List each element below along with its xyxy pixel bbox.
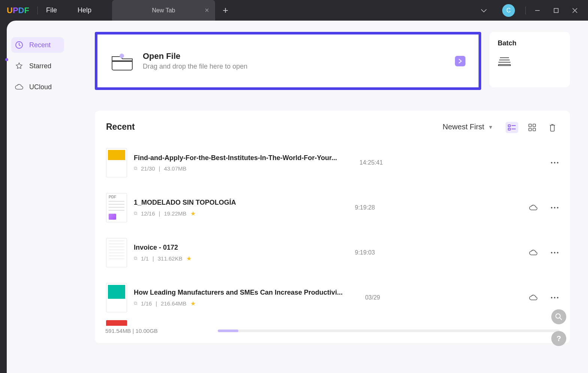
file-name: Find-and-Apply-For-the-Best-Institutes-I… [134,154,337,162]
open-file-card[interactable]: Open File Drag and drop the file here to… [95,32,481,90]
svg-point-16 [554,162,555,163]
batch-card: Batch [489,32,570,87]
sidebar-label: UCloud [29,83,52,91]
more-icon[interactable] [551,162,559,164]
tab-strip: New Tab × + [112,0,236,21]
file-time: 14:25:41 [359,159,419,166]
file-pages: 1/1 [141,255,149,262]
batch-icon[interactable] [498,55,562,66]
cloud-icon[interactable] [529,249,538,256]
file-time: 9:19:03 [355,249,415,256]
dropdown-caret-icon[interactable] [480,8,487,13]
sidebar-item-ucloud[interactable]: UCloud [11,79,64,95]
search-button[interactable] [551,309,566,324]
sidebar-item-recent[interactable]: Recent [11,37,64,53]
svg-point-18 [551,207,552,208]
cloud-icon[interactable] [529,294,538,301]
notification-dot-icon [5,58,8,61]
grid-view-button[interactable] [526,122,539,133]
delete-button[interactable] [546,122,559,133]
file-time: 9:19:28 [355,204,415,211]
cloud-icon [14,82,24,92]
svg-rect-9 [508,128,510,130]
file-meta: ⧉ 12/16 | 19.22MB ★ [134,210,332,217]
svg-rect-7 [508,125,510,127]
content-area: Open File Drag and drop the file here to… [69,21,588,373]
storage-footer: 591.54MB | 10.00GB [105,328,560,334]
svg-point-6 [120,54,124,58]
user-avatar[interactable]: C [502,4,515,17]
svg-point-15 [551,162,552,163]
svg-rect-11 [529,124,531,127]
file-meta: ⧉ 21/30 | 43.07MB [134,165,337,172]
svg-line-28 [560,318,562,320]
pages-icon: ⧉ [134,300,137,306]
file-row[interactable]: Find-and-Apply-For-the-Best-Institutes-I… [106,140,559,185]
svg-point-20 [557,207,558,208]
svg-rect-12 [533,124,536,127]
svg-point-24 [551,297,552,298]
star-icon [14,61,24,71]
sidebar-label: Starred [29,62,51,70]
help-button[interactable]: ? [551,331,566,346]
star-icon: ★ [190,300,196,307]
file-size: 216.64MB [161,300,186,307]
sidebar-label: Recent [29,41,51,49]
recent-title: Recent [106,122,135,132]
file-thumbnail [106,283,127,312]
folder-icon [111,51,134,71]
star-icon: ★ [190,210,196,217]
svg-rect-14 [533,128,536,131]
file-row[interactable]: Invoice - 0172 ⧉ 1/1 | 311.62KB ★ 9:19:0… [106,230,559,275]
menu-file[interactable]: File [46,6,57,14]
main-window: Recent Starred UCloud [7,21,588,373]
open-file-subtitle: Drag and drop the file here to open [143,63,455,70]
pages-icon: ⧉ [134,210,137,216]
file-pages: 21/30 [141,165,155,172]
storage-bar [218,330,560,332]
file-pages: 12/16 [141,210,155,217]
sidebar-item-starred[interactable]: Starred [11,58,64,74]
pages-icon: ⧉ [134,255,137,261]
storage-fill [218,330,238,332]
svg-rect-5 [112,60,132,62]
svg-point-22 [554,252,555,253]
file-name: How Leading Manufacturers and SMEs Can I… [134,289,343,297]
file-thumbnail [106,320,127,328]
svg-point-21 [551,252,552,253]
close-tab-icon[interactable]: × [205,6,209,15]
list-view-button[interactable] [506,122,518,133]
more-icon[interactable] [551,297,559,299]
new-tab-button[interactable]: + [215,0,236,21]
file-size: 19.22MB [164,210,186,217]
star-icon: ★ [186,255,192,262]
file-row[interactable]: How Leading Manufacturers and SMEs Can I… [106,275,559,320]
file-thumbnail [106,193,127,222]
sort-dropdown[interactable]: Newest First ▼ [443,123,493,131]
file-size: 311.62KB [158,255,183,262]
file-name: 1_MODELADO SIN TOPOLOGÍA [134,199,332,207]
minimize-icon[interactable] [528,3,547,18]
more-icon[interactable] [551,252,559,254]
open-file-title: Open File [143,51,455,61]
file-time: 03/29 [365,294,425,301]
titlebar: UPDF File Help New Tab × + C [0,0,588,21]
close-icon[interactable] [566,3,584,18]
chevron-right-icon[interactable] [455,56,465,66]
maximize-icon[interactable] [547,3,566,18]
titlebar-right: C [480,3,584,18]
file-name: Invoice - 0172 [134,244,332,252]
file-row[interactable]: 1_MODELADO SIN TOPOLOGÍA ⧉ 12/16 | 19.22… [106,185,559,230]
svg-point-17 [557,162,558,163]
separator [37,6,38,15]
svg-point-19 [554,207,555,208]
storage-text: 591.54MB | 10.00GB [105,328,158,334]
file-list: Find-and-Apply-For-the-Best-Institutes-I… [106,140,559,328]
cloud-icon[interactable] [529,204,538,211]
chevron-down-icon: ▼ [488,124,493,130]
tab-new[interactable]: New Tab × [112,0,215,21]
menu-help[interactable]: Help [78,6,91,14]
file-thumbnail [106,148,127,177]
more-icon[interactable] [551,207,559,209]
tab-label: New Tab [152,7,175,14]
